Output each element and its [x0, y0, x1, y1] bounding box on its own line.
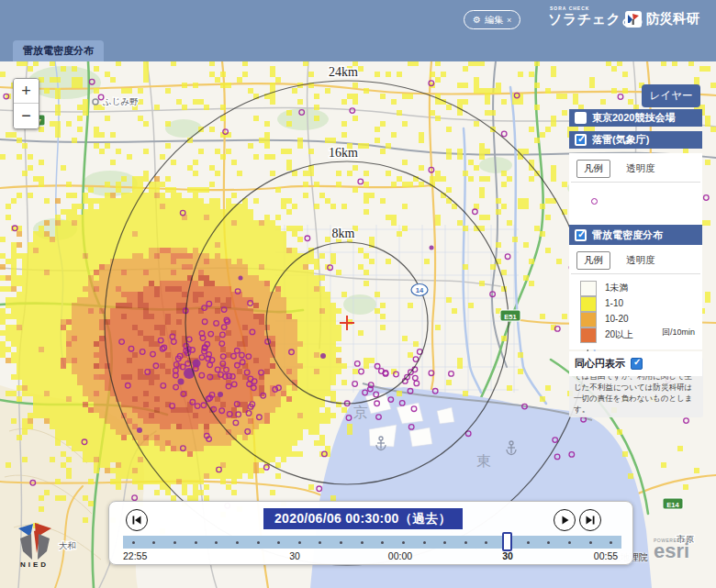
timeline-dot [319, 541, 321, 544]
timeline-dot [298, 541, 301, 544]
timeline-dot [547, 541, 550, 544]
layer-checkbox-tokyo2020[interactable] [575, 112, 587, 124]
density-legend-section: 凡例 透明度 1未満 1-10 10-20 20以上 回/10min [569, 245, 702, 349]
nied-logo-text: NIED [20, 560, 49, 569]
tab-label: 雷放電密度分布 [23, 44, 94, 58]
legend-unit: 回/10min [662, 327, 695, 338]
layer-checkbox-strikes[interactable] [575, 134, 587, 146]
bosai-logo[interactable]: 防災科研 [625, 10, 699, 28]
legend-swatch [580, 312, 597, 327]
layers-panel: 東京2020競技会場 落雷(気象庁) 凡例 透明度 雷放電密度分布 凡例 透明度 [569, 109, 702, 376]
esri-word: esri [654, 543, 689, 560]
timeline-dot [402, 541, 405, 544]
timeline-tick: 00:55 [594, 550, 618, 561]
tab-legend[interactable]: 凡例 [576, 251, 610, 270]
timeline-dot [173, 541, 176, 544]
timeline-dot [195, 541, 197, 544]
svg-text:京: 京 [353, 405, 368, 420]
strike-marker-icon [591, 198, 598, 205]
legend-label: 20以上 [605, 328, 633, 341]
tab-opacity[interactable]: 透明度 [620, 161, 662, 177]
timeline-dot [381, 541, 384, 544]
timeline-dot [568, 541, 571, 544]
timeline-dot [589, 541, 592, 544]
time-slider-panel: 2020/06/06 00:30:00（過去） 22:553000:003000… [108, 501, 633, 565]
svg-text:E51: E51 [504, 313, 516, 321]
svg-text:E14: E14 [666, 501, 679, 509]
timeline-handle[interactable] [502, 532, 512, 551]
play-icon [557, 513, 572, 527]
map-zoom-control: + − [13, 78, 39, 129]
legend-swatch [580, 281, 597, 296]
timeline-dot [277, 541, 280, 544]
timeline-dot [340, 541, 342, 544]
edit-button-label: 編集 [485, 14, 503, 27]
concentric-toggle-row: 同心円表示 [569, 351, 702, 376]
layer-label: 落雷(気象庁) [592, 133, 649, 147]
layer-label: 雷放電密度分布 [592, 228, 663, 242]
nied-logo: NIED [11, 519, 61, 574]
svg-text:東: 東 [476, 453, 491, 469]
skip-end-icon [583, 513, 598, 527]
legend-label: 10-20 [605, 314, 629, 324]
timeline-dot [257, 541, 260, 544]
layer-checkbox-density[interactable] [575, 229, 587, 241]
tab-legend[interactable]: 凡例 [576, 160, 610, 178]
skip-to-start-button[interactable] [126, 509, 148, 531]
svg-text:大和: 大和 [59, 540, 76, 550]
density-legend-list: 1未満 1-10 10-20 20以上 回/10min [569, 274, 702, 344]
svg-text:24km: 24km [329, 65, 358, 79]
tab-opacity[interactable]: 透明度 [620, 252, 662, 269]
legend-swatch [580, 327, 597, 343]
concentric-checkbox[interactable] [631, 358, 643, 370]
timeline-tick-labels: 22:553000:003000:55 [123, 550, 621, 563]
timeline-dot [527, 541, 530, 544]
legend-label: 1未満 [605, 282, 629, 294]
top-header-bar: ⚙ 編集 × SORA CHECK ソラチェク 防災科研 [0, 0, 716, 61]
timeline-dot [443, 541, 446, 544]
bosai-brand-label: 防災科研 [646, 10, 699, 28]
nied-brand-icon [625, 11, 642, 28]
play-button[interactable] [554, 509, 576, 531]
timeline-dot [610, 541, 612, 544]
layer-row-strikes[interactable]: 落雷(気象庁) [569, 131, 702, 149]
concentric-label: 同心円表示 [575, 357, 625, 371]
timeline-dot [423, 541, 426, 544]
timeline-tick: 30 [502, 550, 513, 561]
layer-label: 東京2020競技会場 [592, 111, 675, 125]
strikes-legend-section: 凡例 透明度 [569, 153, 702, 225]
soracheck-name: ソラチェク [548, 11, 621, 28]
gear-icon: ⚙ [473, 15, 481, 25]
layer-row-density[interactable]: 雷放電密度分布 [569, 225, 702, 245]
layer-row-tokyo2020[interactable]: 東京2020競技会場 [569, 109, 702, 127]
timeline-track[interactable] [123, 536, 621, 549]
timeline-tick: 30 [289, 550, 300, 561]
app-root: 8km16km24km 京東ふじみ野千葉市原大和E17E51E1414 ⚙ 編集… [0, 0, 716, 588]
timeline-dot [236, 541, 239, 544]
timeline-dot [132, 541, 135, 544]
zoom-in-button[interactable]: + [14, 79, 39, 104]
timeline-dot [361, 541, 364, 544]
tab-lightning-density[interactable]: 雷放電密度分布 [13, 40, 104, 61]
esri-logo[interactable]: POWERED BY esri [654, 538, 689, 560]
current-datetime-chip: 2020/06/06 00:30:00（過去） [263, 508, 463, 529]
svg-text:ふじみ野: ふじみ野 [102, 96, 139, 106]
svg-text:14: 14 [416, 286, 424, 294]
legend-label: 1-10 [605, 298, 623, 308]
legend-swatch [580, 296, 597, 312]
zoom-out-button[interactable]: − [14, 104, 39, 128]
close-icon: × [507, 16, 511, 25]
timeline-dot [464, 541, 467, 544]
svg-text:8km: 8km [332, 227, 355, 240]
skip-to-end-button[interactable] [579, 509, 601, 531]
timeline-dot [152, 541, 155, 544]
timeline-dot [215, 541, 218, 544]
timeline-tick: 00:00 [388, 550, 412, 561]
edit-button[interactable]: ⚙ 編集 × [464, 10, 520, 29]
skip-start-icon [129, 513, 144, 527]
timeline-tick: 22:55 [123, 550, 147, 561]
svg-text:16km: 16km [329, 146, 358, 160]
timeline-dot [485, 541, 487, 544]
layers-button[interactable]: レイヤー [642, 84, 700, 107]
